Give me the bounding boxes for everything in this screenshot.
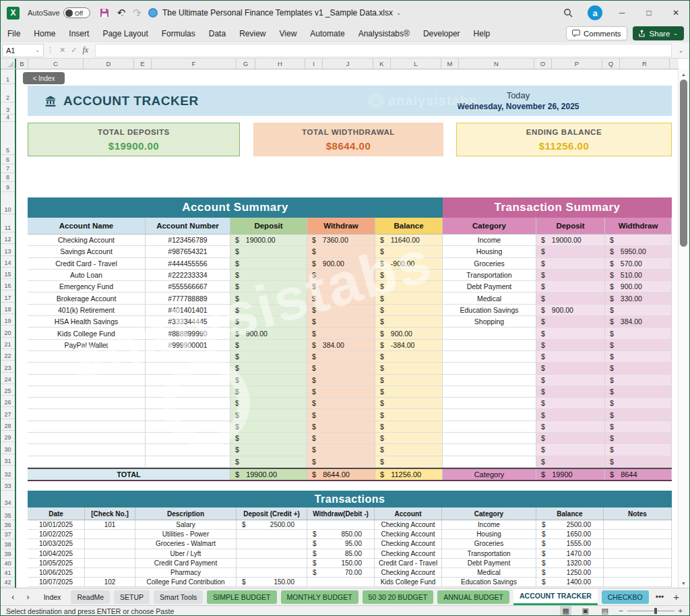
account-name-cell[interactable]	[28, 398, 146, 409]
deposit-cell[interactable]: $19000.00	[230, 235, 307, 246]
sheet-prev-icon[interactable]: ‹	[7, 592, 18, 602]
balance-cell[interactable]: $	[375, 351, 443, 363]
summary-col-header[interactable]: Balance	[375, 218, 443, 235]
transactions-col-header[interactable]: [Check No.]	[85, 507, 135, 520]
row-header-28[interactable]: 28	[1, 419, 15, 431]
description-cell[interactable]: Salary	[135, 520, 237, 530]
zoom-out-icon[interactable]: −	[619, 607, 623, 615]
account-number-cell[interactable]	[146, 433, 230, 444]
balance-cell[interactable]: $	[375, 386, 443, 398]
balance-cell[interactable]: $2500.00	[536, 520, 604, 530]
withdraw-cell[interactable]: $	[307, 421, 375, 433]
row-header-6[interactable]: 6	[1, 155, 15, 164]
date-cell[interactable]: 10/04/2025	[28, 549, 85, 559]
formula-input[interactable]	[95, 44, 672, 57]
category-cell[interactable]: Transportation	[442, 549, 536, 559]
account-number-cell[interactable]	[146, 386, 230, 398]
account-number-cell[interactable]	[146, 409, 230, 421]
row-header-21[interactable]: 21	[1, 338, 15, 349]
category-withdraw-cell[interactable]: $	[605, 421, 672, 433]
row-header-19[interactable]: 19	[1, 314, 15, 326]
deposit-cell[interactable]: $900.00	[230, 328, 307, 339]
account-number-cell[interactable]	[146, 456, 230, 468]
row-header-23[interactable]: 23	[1, 361, 15, 372]
autosave-toggle[interactable]: AutoSave Off	[28, 7, 90, 18]
summary-col-header[interactable]: Deposit	[536, 218, 605, 235]
row-header-32[interactable]: 32	[1, 466, 15, 479]
category-deposit-cell[interactable]: $	[536, 398, 605, 409]
row-header-42[interactable]: 42	[1, 578, 15, 587]
total-deposit-cell[interactable]: $19900.00	[230, 469, 307, 480]
account-name-cell[interactable]: Emergency Fund	[28, 281, 146, 292]
row-header-15[interactable]: 15	[1, 268, 15, 279]
scroll-up-icon[interactable]: ▲	[679, 69, 689, 79]
category-cell[interactable]: Shopping	[443, 316, 536, 328]
category-deposit-cell[interactable]: $	[536, 340, 605, 351]
category-cell[interactable]	[443, 328, 536, 339]
balance-cell[interactable]: $	[375, 305, 443, 316]
balance-cell[interactable]: $	[375, 409, 443, 421]
select-all-corner[interactable]	[1, 59, 16, 69]
category-cell[interactable]	[443, 398, 536, 409]
category-withdraw-cell[interactable]: $900.00	[605, 281, 672, 292]
zoom-slider-thumb[interactable]	[654, 608, 657, 614]
category-withdraw-cell[interactable]: $	[605, 235, 672, 246]
notes-cell[interactable]	[604, 568, 672, 578]
notes-cell[interactable]	[604, 530, 672, 539]
row-header-38[interactable]: 38	[1, 539, 15, 549]
category-withdraw-cell[interactable]: $5950.00	[605, 246, 672, 257]
summary-col-header[interactable]: Category	[443, 218, 536, 235]
account-number-cell[interactable]	[146, 375, 230, 386]
category-withdraw-cell[interactable]: $510.00	[605, 270, 672, 281]
withdraw-cell[interactable]: $	[307, 456, 375, 468]
category-deposit-cell[interactable]: $	[536, 386, 605, 398]
account-number-cell[interactable]: #888899990	[146, 328, 230, 339]
row-header-12[interactable]: 12	[1, 233, 15, 244]
category-cell[interactable]	[443, 340, 536, 351]
deposit-cell[interactable]: $	[230, 316, 307, 328]
scrollbar-thumb[interactable]	[680, 80, 687, 247]
withdraw-cell[interactable]: $	[307, 386, 375, 398]
withdraw-cell[interactable]: $	[307, 398, 375, 409]
category-withdraw-cell[interactable]: $	[605, 386, 672, 398]
balance-cell[interactable]: $1250.00	[536, 568, 604, 578]
summary-col-header[interactable]: Widthdraw	[605, 218, 672, 235]
balance-cell[interactable]: $1320.00	[536, 559, 604, 568]
category-withdraw-cell[interactable]: $570.00	[605, 258, 672, 270]
deposit-cell[interactable]: $	[230, 398, 307, 409]
withdraw-cell[interactable]: $	[307, 316, 375, 328]
category-withdraw-cell[interactable]: $	[605, 444, 672, 456]
account-cell[interactable]: Checking Account	[375, 520, 442, 530]
account-name-cell[interactable]	[28, 456, 146, 468]
column-header-J[interactable]: J	[323, 59, 373, 69]
row-header-20[interactable]: 20	[1, 326, 15, 337]
date-cell[interactable]: 10/07/2025	[28, 578, 85, 587]
row-header-4[interactable]: 4	[1, 115, 15, 122]
row-header-17[interactable]: 17	[1, 290, 15, 302]
account-avatar[interactable]: a	[582, 1, 608, 25]
new-sheet-button[interactable]: +	[670, 591, 682, 603]
ribbon-tab-analysistabs-[interactable]: Analysistabs®	[352, 25, 416, 42]
date-cell[interactable]: 10/06/2025	[28, 568, 85, 578]
category-cell[interactable]: Medical	[442, 568, 536, 578]
notes-cell[interactable]	[604, 578, 672, 587]
sheet-next-icon[interactable]: ›	[22, 592, 33, 602]
account-cell[interactable]: Checking Account	[375, 530, 442, 539]
column-header-G[interactable]: G	[237, 59, 255, 69]
category-deposit-cell[interactable]: $	[536, 363, 605, 374]
date-cell[interactable]: 10/01/2025	[28, 520, 85, 530]
category-deposit-cell[interactable]: $19000.00	[536, 235, 605, 246]
row-header-29[interactable]: 29	[1, 431, 15, 442]
account-number-cell[interactable]: #222233334	[146, 270, 230, 281]
date-cell[interactable]: 10/02/2025	[28, 530, 85, 539]
column-header-D[interactable]: D	[84, 59, 134, 69]
save-icon[interactable]	[100, 8, 109, 18]
transactions-col-header[interactable]: Deposit (Credit +)	[237, 507, 307, 520]
row-header-25[interactable]: 25	[1, 384, 15, 396]
ribbon-tab-insert[interactable]: Insert	[62, 25, 96, 42]
account-number-cell[interactable]: #444455556	[146, 258, 230, 270]
transactions-col-header[interactable]: Balance	[536, 507, 604, 520]
ribbon-tab-formulas[interactable]: Formulas	[155, 25, 202, 42]
summary-col-header[interactable]: Withdraw	[307, 218, 375, 235]
minimize-button[interactable]: ─	[608, 1, 635, 25]
